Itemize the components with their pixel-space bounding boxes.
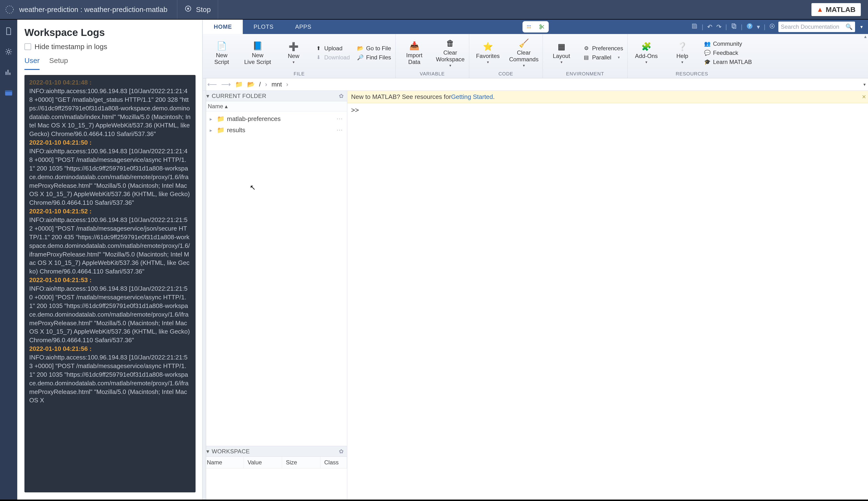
- new-live-script-button[interactable]: 📘 New Live Script: [243, 41, 272, 65]
- community-button[interactable]: 👥Community: [704, 41, 752, 47]
- svg-rect-15: [733, 25, 736, 28]
- stop-button[interactable]: Stop: [177, 0, 218, 19]
- hide-timestamp-label: Hide timestamp in logs: [34, 43, 107, 51]
- community-icon: 👥: [704, 41, 711, 47]
- redo-icon[interactable]: ↷: [716, 23, 722, 31]
- command-prompt: >>: [351, 106, 359, 114]
- parallel-button[interactable]: ▤Parallel ▾: [583, 54, 623, 61]
- row-menu-icon[interactable]: ⋯: [336, 115, 343, 122]
- workspace-empty: [203, 468, 347, 500]
- close-banner-icon[interactable]: ✕: [862, 94, 866, 100]
- search-docs-input[interactable]: Search Documentation 🔍: [778, 22, 855, 32]
- chevron-down-icon: ▾: [681, 60, 683, 64]
- search-placeholder: Search Documentation: [781, 23, 844, 30]
- workspace-panel: ▾ WORKSPACE ✿ Name Value Size Class: [203, 446, 347, 500]
- find-files-icon: 🔎: [357, 54, 364, 61]
- command-window[interactable]: >>: [347, 103, 868, 500]
- workspace-title: weather-prediction : weather-prediction-…: [19, 0, 177, 19]
- addons-icon: 🧩: [641, 41, 651, 52]
- svg-point-11: [530, 27, 531, 28]
- log-output[interactable]: 2022-01-10 04:21:48 : INFO:aiohttp.acces…: [24, 75, 196, 492]
- save-icon[interactable]: [691, 23, 698, 31]
- svg-point-8: [530, 25, 531, 26]
- learn-matlab-button[interactable]: 🎓Learn MATLAB: [704, 59, 752, 65]
- clear-workspace-button[interactable]: 🗑 Clear Workspace ▾: [436, 38, 465, 67]
- expand-caret-icon[interactable]: ▸: [210, 127, 215, 133]
- copy-icon[interactable]: [731, 23, 737, 31]
- ts-group-file: 📄 New Script 📘 New Live Script ➕ New ▾ ⬆…: [203, 34, 396, 78]
- upload-button[interactable]: ⬆Upload: [315, 45, 350, 52]
- ts-group-code: ⭐ Favorites ▾ 🧹 Clear Commands ▾ CODE: [469, 34, 543, 78]
- collapse-triangle-icon: ▾: [206, 448, 209, 455]
- main-content: Workspace Logs Hide timestamp in logs Us…: [0, 19, 868, 501]
- breadcrumb-seg[interactable]: mnt: [272, 81, 282, 88]
- folder-open-icon[interactable]: 📂: [247, 81, 255, 88]
- hide-timestamp-toggle[interactable]: Hide timestamp in logs: [24, 43, 196, 51]
- help-circle-icon: ❔: [677, 41, 688, 52]
- shortcuts-switch[interactable]: [522, 21, 549, 33]
- chevron-down-icon: ▾: [449, 63, 451, 68]
- svg-rect-5: [5, 90, 12, 92]
- current-folder-header[interactable]: ▾ CURRENT FOLDER ✿: [203, 91, 347, 101]
- left-icon-rail: [0, 20, 17, 500]
- minimize-ribbon-icon[interactable]: ▾: [858, 24, 865, 30]
- svg-rect-14: [732, 24, 735, 27]
- bar-chart-icon[interactable]: [4, 68, 13, 77]
- matlab-badge[interactable]: ▲ MATLAB: [812, 3, 861, 16]
- help-dropdown-icon[interactable]: ▾: [757, 23, 760, 31]
- workspace-header[interactable]: ▾ WORKSPACE ✿: [203, 446, 347, 457]
- checkbox-icon: [24, 43, 31, 50]
- new-script-button[interactable]: 📄 New Script: [207, 41, 236, 65]
- workspace-columns[interactable]: Name Value Size Class: [203, 457, 347, 468]
- learn-icon: 🎓: [704, 59, 711, 65]
- logs-title: Workspace Logs: [24, 27, 196, 38]
- preferences-button[interactable]: ⚙Preferences: [583, 45, 623, 52]
- folder-up-icon[interactable]: 📁: [235, 81, 243, 88]
- log-tab-user[interactable]: User: [24, 53, 40, 70]
- layout-button[interactable]: ▦ Layout ▾: [547, 41, 576, 64]
- tab-home[interactable]: HOME: [203, 20, 243, 34]
- find-files-button[interactable]: 🔎Find Files: [357, 54, 391, 61]
- address-bar[interactable]: ⟵ ⟶ 📁 📂 / › mnt › ▾: [203, 78, 868, 91]
- svg-point-7: [529, 25, 530, 26]
- terminal-icon[interactable]: [4, 89, 13, 97]
- favorites-button[interactable]: ⭐ Favorites ▾: [473, 41, 502, 64]
- feedback-button[interactable]: 💬Feedback: [704, 50, 752, 56]
- undo-icon[interactable]: ↶: [707, 23, 712, 31]
- tree-row[interactable]: ▸ 📁 results ⋯: [203, 125, 347, 136]
- command-window-area: New to MATLAB? See resources for Getting…: [347, 91, 868, 500]
- log-tab-setup[interactable]: Setup: [49, 53, 68, 70]
- ts-group-variable: 📥 Import Data 🗑 Clear Workspace ▾ VARIAB…: [396, 34, 469, 78]
- addrbar-dropdown-icon[interactable]: ▾: [864, 82, 866, 87]
- collapse-handle-icon[interactable]: ▴: [864, 33, 867, 39]
- stop-icon: [185, 5, 192, 14]
- panel-menu-icon[interactable]: ✿: [339, 93, 344, 99]
- gear-icon[interactable]: [4, 47, 13, 56]
- tab-apps[interactable]: APPS: [284, 20, 322, 34]
- nav-back-icon[interactable]: ⟵: [207, 81, 217, 88]
- help-icon[interactable]: ?: [746, 23, 753, 31]
- sync-icon[interactable]: [769, 23, 775, 31]
- row-menu-icon[interactable]: ⋯: [336, 126, 343, 134]
- panel-menu-icon[interactable]: ✿: [339, 448, 344, 455]
- file-icon[interactable]: [4, 27, 13, 35]
- tree-item-label: results: [227, 126, 245, 134]
- breadcrumb-root[interactable]: /: [259, 81, 261, 88]
- import-data-button[interactable]: 📥 Import Data: [400, 41, 429, 65]
- chevron-right-icon: ›: [265, 81, 267, 88]
- tree-row[interactable]: ▸ 📁 matlab-preferences ⋯: [203, 113, 347, 125]
- addons-button[interactable]: 🧩 Add-Ons ▾: [632, 41, 661, 64]
- getting-started-link[interactable]: Getting Started: [451, 93, 493, 100]
- goto-file-button[interactable]: 📂Go to File: [357, 45, 391, 52]
- new-dropdown-button[interactable]: ➕ New ▾: [279, 41, 308, 64]
- expand-caret-icon[interactable]: ▸: [210, 116, 215, 122]
- file-tree[interactable]: ▸ 📁 matlab-preferences ⋯ ▸ 📁 results ⋯ ↖: [203, 111, 347, 446]
- tab-plots[interactable]: PLOTS: [243, 20, 284, 34]
- tree-column-header[interactable]: Name ▴: [203, 101, 347, 111]
- nav-fwd-icon[interactable]: ⟶: [221, 81, 231, 88]
- svg-rect-2: [187, 8, 189, 10]
- clear-commands-button[interactable]: 🧹 Clear Commands ▾: [510, 38, 538, 67]
- ide-body: ▾ CURRENT FOLDER ✿ Name ▴ ▸ 📁 matlab-pre…: [203, 91, 868, 500]
- svg-point-19: [772, 25, 773, 27]
- help-button[interactable]: ❔ Help ▾: [668, 41, 697, 64]
